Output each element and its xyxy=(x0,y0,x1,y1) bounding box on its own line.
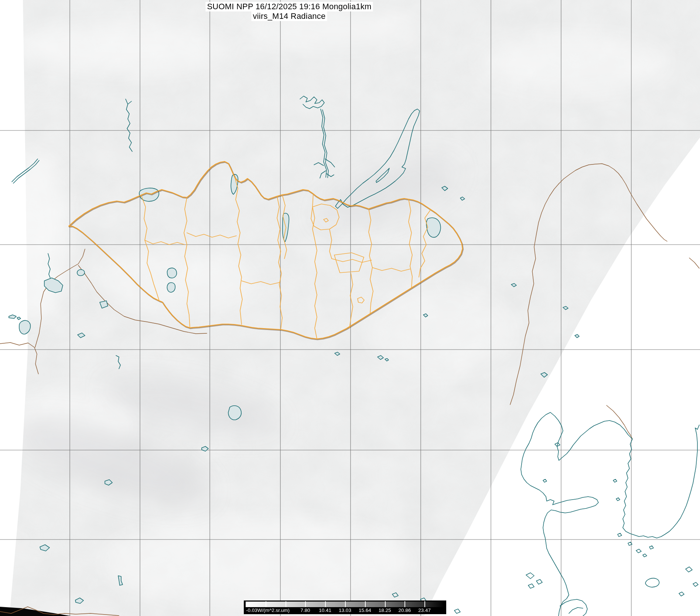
colorbar-tick xyxy=(286,601,286,607)
colorbar-tick-label: 18.25 xyxy=(379,608,391,613)
colorbar-tick-label: 7.80 xyxy=(300,608,310,613)
colorbar-tick-label: 10.41 xyxy=(319,608,331,613)
colorbar-tick xyxy=(424,601,425,607)
colorbar-tick xyxy=(404,601,405,607)
round-lake-west xyxy=(77,270,85,276)
image-title: SUOMI NPP 16/12/2025 19:16 Mongolia1km v… xyxy=(205,2,373,21)
small-lake xyxy=(228,406,241,420)
colorbar-tick xyxy=(385,601,386,607)
colorbar-labels: -0.03W/(m^2.sr.um) 7.8010.4113.0315.6418… xyxy=(246,608,444,613)
airag-lake xyxy=(167,283,175,292)
colorbar-tick xyxy=(345,601,346,607)
colorbar-tick xyxy=(325,601,326,607)
colorbar-tick xyxy=(305,601,306,607)
map-svg xyxy=(0,0,700,616)
colorbar-tick xyxy=(365,601,366,607)
colorbar-tick-label: 13.03 xyxy=(339,608,351,613)
title-line-2: viirs_M14 Radiance xyxy=(252,11,327,21)
colorbar-gradient xyxy=(246,602,444,607)
colorbar-tick xyxy=(266,601,266,607)
satellite-image-viewer: SUOMI NPP 16/12/2025 19:16 Mongolia1km v… xyxy=(0,0,700,616)
colorbar-tick-label: 15.64 xyxy=(359,608,371,613)
colorbar-unit-label: -0.03W/(m^2.sr.um) xyxy=(246,608,290,613)
colorbar-tick-label: 20.86 xyxy=(398,608,411,613)
colorbar: -0.03W/(m^2.sr.um) 7.8010.4113.0315.6418… xyxy=(244,600,446,614)
colorbar-tick-label: 23.47 xyxy=(418,608,431,613)
title-line-1: SUOMI NPP 16/12/2025 19:16 Mongolia1km xyxy=(205,2,373,11)
khyargas-lake xyxy=(167,268,177,278)
